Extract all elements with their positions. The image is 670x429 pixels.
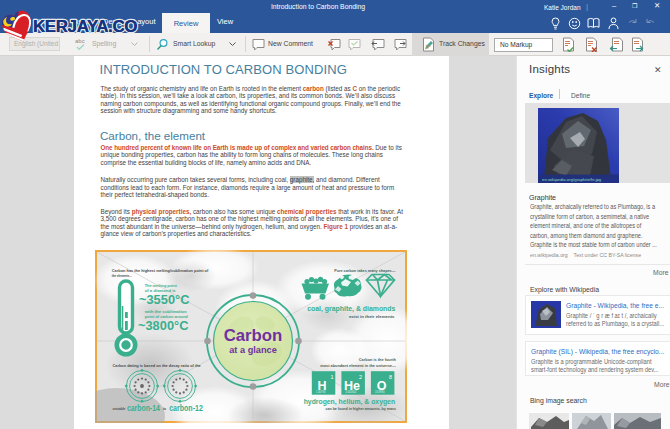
svg-text:the elements...: the elements... bbox=[112, 273, 132, 278]
svg-text:Pure carbon takes many shapes—: Pure carbon takes many shapes— bbox=[334, 268, 395, 273]
svg-text:1.00794: 1.00794 bbox=[316, 390, 326, 394]
svg-text:carbon-12: carbon-12 bbox=[169, 403, 203, 413]
svg-text:with the sublimation: with the sublimation bbox=[144, 309, 187, 314]
svg-text:Carbon: Carbon bbox=[224, 326, 283, 344]
svg-text:can be found in higher amounts: can be found in higher amounts, by mass bbox=[326, 406, 397, 411]
svg-text:hydrogen, helium, & oxygen: hydrogen, helium, & oxygen bbox=[304, 398, 395, 406]
svg-text:15.9994: 15.9994 bbox=[375, 390, 385, 394]
svg-text:4.002602: 4.002602 bbox=[346, 390, 357, 394]
svg-text:8: 8 bbox=[389, 374, 392, 380]
svg-text:of a diamond is: of a diamond is bbox=[145, 288, 177, 293]
svg-text:exist in their elements: exist in their elements bbox=[349, 314, 395, 319]
svg-text:~3800°C: ~3800°C bbox=[138, 319, 189, 333]
svg-text:KERJAYA.CO: KERJAYA.CO bbox=[33, 17, 137, 36]
svg-text:Carbon is the fourth: Carbon is the fourth bbox=[359, 357, 397, 362]
svg-text:~3550°C: ~3550°C bbox=[139, 293, 190, 307]
svg-text:1: 1 bbox=[331, 374, 334, 380]
svg-text:2: 2 bbox=[359, 374, 362, 380]
svg-text:most abundant element in the u: most abundant element in the universe— bbox=[320, 363, 396, 368]
svg-text:coal, graphite, & diamonds: coal, graphite, & diamonds bbox=[307, 305, 395, 313]
svg-text:The melting point: The melting point bbox=[145, 283, 178, 288]
svg-text:unstable: unstable bbox=[113, 406, 126, 411]
svg-text:en.wikipedia.org/graphite/hi.j: en.wikipedia.org/graphite/hi.jpg bbox=[542, 177, 602, 182]
svg-text:Carbon dating is based on the: Carbon dating is based on the decay rati… bbox=[113, 363, 202, 368]
svg-text:at a glance: at a glance bbox=[229, 345, 277, 355]
svg-text:carbon-14: carbon-14 bbox=[127, 403, 160, 413]
